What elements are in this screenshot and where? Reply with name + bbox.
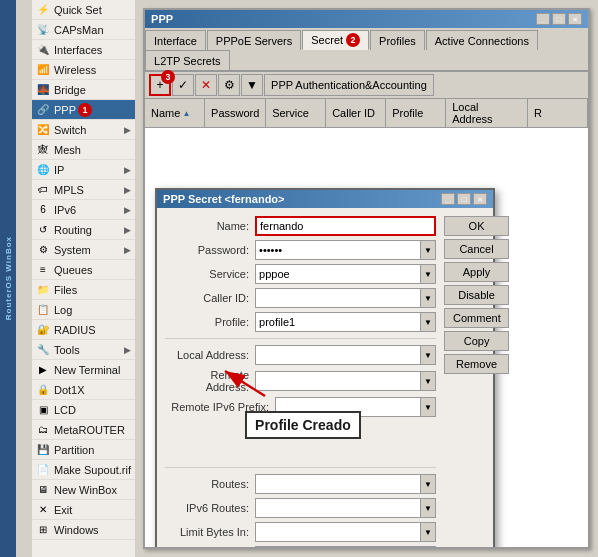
password-dropdown[interactable]: ▼ xyxy=(420,240,436,260)
toolbar-filter-btn[interactable]: ▼ xyxy=(241,74,263,96)
sidebar-item-partition[interactable]: 💾Partition xyxy=(32,440,135,460)
col-header-profile[interactable]: Profile xyxy=(386,99,446,127)
toolbar-check-btn[interactable]: ✓ xyxy=(172,74,194,96)
name-row: Name: xyxy=(165,216,436,236)
col-header-r[interactable]: R xyxy=(528,99,588,127)
dialog-close[interactable]: × xyxy=(473,193,487,205)
dialog-body: Name: Password: ▼ Service: xyxy=(157,208,493,547)
caller-id-input[interactable] xyxy=(255,288,420,308)
limit-in-input[interactable] xyxy=(255,522,420,542)
exit-icon: ✕ xyxy=(36,503,50,517)
sidebar-item-wireless[interactable]: 📶Wireless xyxy=(32,60,135,80)
sidebar-item-ppp[interactable]: 🔗PPP1 xyxy=(32,100,135,120)
sidebar-item-capsman[interactable]: 📡CAPsMan xyxy=(32,20,135,40)
tab-interface[interactable]: Interface xyxy=(145,30,206,50)
tab-profiles[interactable]: Profiles xyxy=(370,30,425,50)
remote-address-dropdown[interactable]: ▼ xyxy=(420,371,436,391)
password-input[interactable] xyxy=(255,240,420,260)
copy-button[interactable]: Copy xyxy=(444,331,509,351)
apply-button[interactable]: Apply xyxy=(444,262,509,282)
profile-dropdown[interactable]: ▼ xyxy=(420,312,436,332)
sidebar-item-windows[interactable]: ⊞Windows xyxy=(32,520,135,540)
routes-dropdown[interactable]: ▼ xyxy=(420,474,436,494)
sidebar-item-make-supout[interactable]: 📄Make Supout.rif xyxy=(32,460,135,480)
ok-button[interactable]: OK xyxy=(444,216,509,236)
sidebar-item-mesh[interactable]: 🕸Mesh xyxy=(32,140,135,160)
col-header-local-address[interactable]: Local Address xyxy=(446,99,528,127)
sidebar-item-switch[interactable]: 🔀Switch▶ xyxy=(32,120,135,140)
local-address-dropdown[interactable]: ▼ xyxy=(420,345,436,365)
dialog-restore[interactable]: □ xyxy=(457,193,471,205)
toolbar-settings-btn[interactable]: ⚙ xyxy=(218,74,240,96)
sidebar-item-label-new-winbox: New WinBox xyxy=(54,484,117,496)
minimize-btn[interactable]: _ xyxy=(536,13,550,25)
col-header-caller-id[interactable]: Caller ID xyxy=(326,99,386,127)
service-input[interactable] xyxy=(255,264,420,284)
sidebar-item-new-terminal[interactable]: ▶New Terminal xyxy=(32,360,135,380)
sidebar-item-label-mpls: MPLS xyxy=(54,184,84,196)
limit-in-dropdown[interactable]: ▼ xyxy=(420,522,436,542)
sidebar-item-ip[interactable]: 🌐IP▶ xyxy=(32,160,135,180)
dialog-minimize[interactable]: _ xyxy=(441,193,455,205)
sidebar-item-files[interactable]: 📁Files xyxy=(32,280,135,300)
caller-id-dropdown[interactable]: ▼ xyxy=(420,288,436,308)
sidebar-item-tools[interactable]: 🔧Tools▶ xyxy=(32,340,135,360)
sidebar-item-exit[interactable]: ✕Exit xyxy=(32,500,135,520)
sidebar-item-label-system: System xyxy=(54,244,91,256)
lcd-icon: ▣ xyxy=(36,403,50,417)
sidebar-item-metarouter[interactable]: 🗂MetaROUTER xyxy=(32,420,135,440)
ipv6-routes-group: ▼ xyxy=(255,498,436,518)
sidebar-item-interfaces[interactable]: 🔌Interfaces xyxy=(32,40,135,60)
sidebar-item-label-switch: Switch xyxy=(54,124,86,136)
sidebar-item-lcd[interactable]: ▣LCD xyxy=(32,400,135,420)
ppp-secret-dialog: PPP Secret <fernando> _ □ × Name: xyxy=(155,188,495,547)
sidebar-item-system[interactable]: ⚙System▶ xyxy=(32,240,135,260)
close-btn[interactable]: × xyxy=(568,13,582,25)
main-content: PPP _ □ × InterfacePPPoE ServersSecret2P… xyxy=(135,0,598,557)
sidebar-item-new-winbox[interactable]: 🖥New WinBox xyxy=(32,480,135,500)
disable-button[interactable]: Disable xyxy=(444,285,509,305)
profile-input[interactable] xyxy=(255,312,420,332)
name-input[interactable] xyxy=(255,216,436,236)
remove-button[interactable]: Remove xyxy=(444,354,509,374)
sidebar-item-queues[interactable]: ≡Queues xyxy=(32,260,135,280)
ppp-accounting-btn[interactable]: PPP Authentication&Accounting xyxy=(264,74,434,96)
sidebar-item-ipv6[interactable]: 6IPv6▶ xyxy=(32,200,135,220)
sidebar-item-log[interactable]: 📋Log xyxy=(32,300,135,320)
sidebar-item-mpls[interactable]: 🏷MPLS▶ xyxy=(32,180,135,200)
ipv6-routes-dropdown[interactable]: ▼ xyxy=(420,498,436,518)
maximize-btn[interactable]: □ xyxy=(552,13,566,25)
sidebar-item-quick-set[interactable]: ⚡Quick Set xyxy=(32,0,135,20)
sidebar-item-routing[interactable]: ↺Routing▶ xyxy=(32,220,135,240)
comment-button[interactable]: Comment xyxy=(444,308,509,328)
col-header-password[interactable]: Password xyxy=(205,99,266,127)
col-header-service[interactable]: Service xyxy=(266,99,326,127)
sidebar-item-bridge[interactable]: 🌉Bridge xyxy=(32,80,135,100)
cancel-button[interactable]: Cancel xyxy=(444,239,509,259)
capsman-icon: 📡 xyxy=(36,23,50,37)
tab-pppoe-servers[interactable]: PPPoE Servers xyxy=(207,30,301,50)
tabs-bar: InterfacePPPoE ServersSecret2ProfilesAct… xyxy=(145,28,588,72)
sidebar-item-radius[interactable]: 🔐RADIUS xyxy=(32,320,135,340)
tab-active-connections[interactable]: Active Connections xyxy=(426,30,538,50)
limit-out-dropdown[interactable]: ▼ xyxy=(420,546,436,547)
routes-input[interactable] xyxy=(255,474,420,494)
sidebar-item-dot1x[interactable]: 🔒Dot1X xyxy=(32,380,135,400)
remote-ipv6-dropdown[interactable]: ▼ xyxy=(420,397,436,417)
profile-field-group: ▼ xyxy=(255,312,436,332)
queues-icon: ≡ xyxy=(36,263,50,277)
tab-secrets[interactable]: Secret2 xyxy=(302,30,369,50)
toolbar-delete-btn[interactable]: ✕ xyxy=(195,74,217,96)
sidebar-item-label-ipv6: IPv6 xyxy=(54,204,76,216)
limit-out-input[interactable] xyxy=(255,546,420,547)
service-dropdown[interactable]: ▼ xyxy=(420,264,436,284)
tab-l2tp-secrets[interactable]: L2TP Secrets xyxy=(145,50,229,70)
ipv6-routes-input[interactable] xyxy=(255,498,420,518)
toolbar-add-btn[interactable]: + 3 xyxy=(149,74,171,96)
sidebar-item-label-mesh: Mesh xyxy=(54,144,81,156)
sidebar-item-label-ip: IP xyxy=(54,164,64,176)
sidebar-item-label-lcd: LCD xyxy=(54,404,76,416)
switch-icon: 🔀 xyxy=(36,123,50,137)
sidebar-item-label-wireless: Wireless xyxy=(54,64,96,76)
col-header-name[interactable]: Name▲ xyxy=(145,99,205,127)
